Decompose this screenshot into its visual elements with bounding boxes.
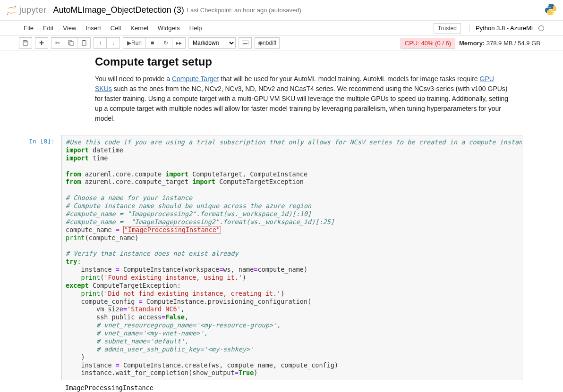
svg-point-1 [7,13,8,14]
memory-indicator: Memory: 378.9 MB / 54.9 GB [455,38,544,48]
svg-point-0 [15,6,16,7]
code-input-area[interactable]: #Use this code if you are using a trial … [61,135,522,380]
markdown-cell[interactable]: Compute target setup You will need to pr… [48,55,515,128]
menu-kernel[interactable]: Kernel [126,22,153,34]
menu-edit[interactable]: Edit [38,22,58,34]
cell-type-select[interactable]: Markdown [188,37,236,49]
run-all-button[interactable]: ▸▸ [172,37,186,49]
notebook-title[interactable]: AutoMLImage_ObjectDetection (3) [53,5,184,15]
svg-rect-9 [242,41,248,45]
jupyter-brand-text: jupyter [19,5,47,15]
svg-rect-6 [70,42,73,45]
svg-point-2 [548,5,549,6]
cpu-indicator: CPU: 40% (0 / 6) [401,38,455,49]
svg-rect-7 [82,41,86,45]
svg-point-3 [552,13,553,14]
python-logo-icon [544,3,557,17]
svg-rect-8 [83,40,85,41]
section-paragraph: You will need to provide a Compute Targe… [95,74,511,124]
menu-view[interactable]: View [58,22,81,34]
move-up-button[interactable]: ↑ [94,37,107,49]
interrupt-button[interactable]: ■ [146,37,159,49]
compute-target-link[interactable]: Compute Target [172,75,219,83]
menu-help[interactable]: Help [185,22,207,34]
command-palette-button[interactable] [239,37,252,49]
menu-cell[interactable]: Cell [106,22,126,34]
menu-widgets[interactable]: Widgets [153,22,185,34]
copy-button[interactable] [64,37,77,49]
move-down-button[interactable]: ↓ [107,37,120,49]
paste-button[interactable] [77,37,91,49]
svg-rect-4 [24,41,26,42]
run-button[interactable]: ▶ Run [123,37,146,49]
code-cell[interactable]: In [8]: #Use this code if you are using … [36,135,527,392]
kernel-indicator[interactable]: Python 3.8 - AzureML [469,25,544,32]
checkpoint-status: Last Checkpoint: an hour ago (autosaved) [187,7,301,14]
save-button[interactable] [19,37,32,49]
insert-cell-button[interactable]: ✚ [35,37,48,49]
menu-file[interactable]: File [19,22,38,34]
jupyter-logo[interactable]: jupyter [6,5,47,16]
cut-button[interactable]: ✂ [51,37,64,49]
kernel-status-icon [538,25,544,31]
run-button-label: Run [131,40,142,46]
nbdiff-button[interactable]: ◉ nbdiff [255,37,280,49]
kernel-name-text: Python 3.8 - AzureML [476,25,535,32]
restart-button[interactable]: ↻ [159,37,172,49]
trusted-badge[interactable]: Trusted [434,23,461,33]
menu-insert[interactable]: Insert [81,22,106,34]
code-output: ImageProcessingInstance Found existing i… [61,380,522,392]
nbdiff-label: nbdiff [263,40,276,46]
jupyter-icon [6,5,17,16]
section-heading: Compute target setup [95,55,511,68]
svg-rect-10 [243,43,247,44]
highlighted-string: "ImageProcessingInstance" [123,226,221,234]
input-prompt: In [8]: [12,138,55,145]
